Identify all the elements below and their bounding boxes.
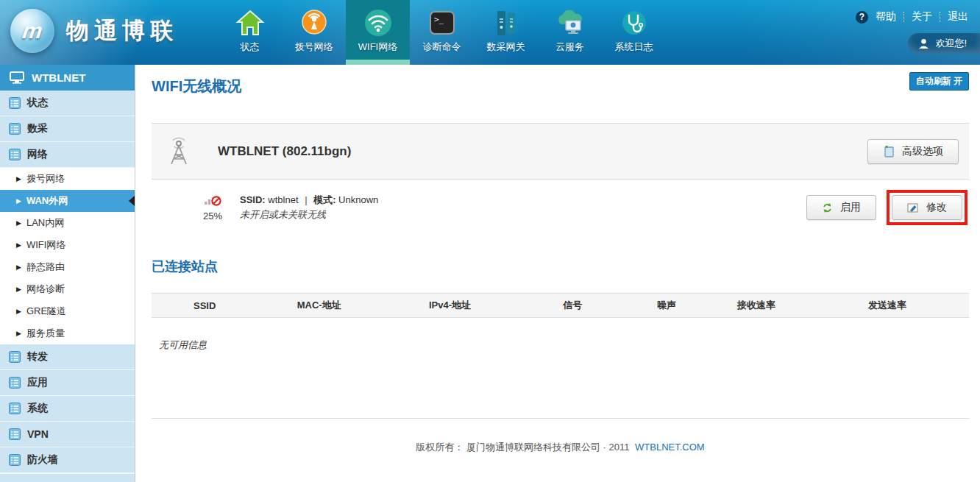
page-title: WIFI无线概况 — [152, 77, 969, 96]
col-ssid: SSID — [152, 294, 258, 318]
col-ipv4: IPv4-地址 — [380, 294, 519, 318]
about-link[interactable]: 关于 — [912, 10, 932, 24]
arrow-right-icon: ▶ — [16, 197, 21, 205]
help-link[interactable]: 帮助 — [876, 10, 896, 24]
list-icon — [9, 428, 21, 440]
sidebar-item-data-collect[interactable]: 数采 — [0, 116, 135, 142]
sidebar-item-forward[interactable]: 转发 — [0, 344, 135, 370]
list-icon — [9, 403, 21, 414]
sidebar-item-network[interactable]: 网络 — [0, 142, 135, 168]
wifi-icon — [346, 5, 410, 40]
arrow-right-icon: ▶ — [16, 308, 21, 315]
ssid-line: SSID: wtblnet | 模式: Unknown — [240, 193, 378, 208]
sidebar-item-status[interactable]: 状态 — [0, 91, 135, 116]
signal-block: 25% — [196, 194, 230, 221]
sidebar: WTBLNET 状态 数采 网络 ▶ 拨号网络 ▶ WAN外网 ▶ LAN内网 … — [0, 65, 135, 482]
header-links: ? 帮助 关于 退出 — [856, 10, 968, 24]
wifi-device-name: WTBLNET (802.11bgn) — [218, 144, 351, 159]
no-info-message: 无可用信息 — [159, 339, 969, 352]
sidebar-item-gre-tunnel[interactable]: ▶ GRE隧道 — [0, 300, 135, 322]
sidebar-device-title: WTBLNET — [0, 65, 135, 91]
gateway-icon — [474, 5, 538, 40]
page-add-icon — [883, 146, 895, 157]
arrow-right-icon: ▶ — [16, 263, 21, 271]
list-icon — [9, 149, 21, 160]
arrow-right-icon: ▶ — [16, 219, 21, 227]
sidebar-item-system[interactable]: 系统 — [0, 396, 135, 422]
tab-data-gateway[interactable]: 数采网关 — [474, 0, 538, 65]
sidebar-item-wifi-network[interactable]: ▶ WIFI网络 — [0, 234, 135, 256]
enable-button[interactable]: 启用 — [806, 195, 876, 220]
tab-wifi-network[interactable]: WIFI网络 — [346, 0, 410, 65]
main-nav: 状态 拨号网络 WIFI网络 >_ 诊断命令 数采网关 — [218, 0, 666, 65]
user-icon — [918, 38, 929, 49]
arrow-right-icon: ▶ — [16, 330, 21, 337]
list-icon — [9, 377, 21, 389]
arrow-right-icon: ▶ — [16, 241, 21, 249]
sidebar-item-application[interactable]: 应用 — [0, 370, 135, 396]
col-tx-rate: 发送速率 — [806, 294, 969, 318]
cloud-service-icon — [538, 5, 602, 40]
brand-name: 物通博联 — [66, 15, 178, 46]
col-noise: 噪声 — [625, 294, 707, 318]
highlight-box: 修改 — [887, 190, 967, 225]
welcome-badge[interactable]: 欢迎您! — [908, 33, 980, 54]
refresh-icon — [822, 202, 833, 213]
dial-network-icon — [282, 5, 346, 40]
main-content: WIFI无线概况 自动刷新 开 WTBLNET (802.11bgn) 高级选项 — [135, 65, 980, 482]
brand-logo: m 物通博联 — [10, 9, 178, 53]
tab-status[interactable]: 状态 — [218, 0, 282, 65]
help-icon[interactable]: ? — [856, 11, 868, 24]
sidebar-item-lan[interactable]: ▶ LAN内网 — [0, 212, 135, 234]
modify-button[interactable]: 修改 — [892, 195, 962, 220]
auto-refresh-toggle[interactable]: 自动刷新 开 — [909, 72, 969, 91]
logout-link[interactable]: 退出 — [948, 10, 968, 24]
edit-icon — [907, 202, 919, 213]
connected-stations-title: 已连接站点 — [152, 258, 969, 275]
sidebar-item-partial[interactable] — [0, 473, 135, 482]
sidebar-item-qos[interactable]: ▶ 服务质量 — [0, 322, 135, 344]
sidebar-item-dial-network[interactable]: ▶ 拨号网络 — [0, 168, 135, 190]
antenna-icon — [165, 137, 193, 166]
list-icon — [9, 351, 21, 363]
list-icon — [9, 123, 21, 135]
brand-globe-icon: m — [10, 9, 54, 53]
brand-glyph: m — [21, 18, 43, 43]
tab-cloud-service[interactable]: 云服务 — [538, 0, 602, 65]
advanced-options-button[interactable]: 高级选项 — [867, 139, 959, 164]
svg-text:>_: >_ — [434, 15, 444, 24]
col-rx-rate: 接收速率 — [707, 294, 805, 318]
sidebar-item-static-route[interactable]: ▶ 静态路由 — [0, 256, 135, 278]
arrow-right-icon: ▶ — [16, 286, 21, 293]
col-signal: 信号 — [519, 294, 625, 318]
tab-dial-network[interactable]: 拨号网络 — [282, 0, 346, 65]
terminal-icon: >_ — [410, 5, 474, 40]
radio-buttons: 启用 修改 — [806, 190, 967, 225]
signal-percent: 25% — [196, 210, 230, 221]
footer: 版权所有： 厦门物通博联网络科技有限公司 · 2011 WTBLNET.COM — [152, 441, 969, 454]
divider — [940, 12, 940, 22]
tab-system-log[interactable]: 系统日志 — [602, 0, 666, 65]
list-icon — [9, 97, 21, 109]
system-log-icon — [602, 5, 666, 40]
footer-link[interactable]: WTBLNET.COM — [635, 442, 705, 453]
col-mac: MAC-地址 — [258, 294, 380, 318]
list-icon — [9, 454, 21, 466]
copyright-text: 版权所有： 厦门物通博联网络科技有限公司 · 2011 — [416, 442, 629, 453]
sidebar-item-wan[interactable]: ▶ WAN外网 — [0, 190, 135, 212]
divider — [152, 418, 969, 419]
wifi-device-panel: WTBLNET (802.11bgn) 高级选项 — [152, 124, 969, 180]
radio-status-text: 未开启或未关联无线 — [240, 208, 378, 222]
home-icon — [218, 5, 282, 40]
signal-disabled-icon — [204, 194, 221, 206]
radio-info: SSID: wtblnet | 模式: Unknown 未开启或未关联无线 — [240, 193, 378, 222]
wifi-radio-row: 25% SSID: wtblnet | 模式: Unknown 未开启或未关联无… — [152, 180, 969, 235]
divider — [903, 12, 904, 22]
welcome-text: 欢迎您! — [935, 37, 967, 50]
top-header: m 物通博联 状态 拨号网络 WIFI网络 >_ 诊断命令 — [0, 0, 980, 65]
tab-diagnostic-command[interactable]: >_ 诊断命令 — [410, 0, 474, 65]
sidebar-item-network-diagnostic[interactable]: ▶ 网络诊断 — [0, 278, 135, 300]
arrow-right-icon: ▶ — [16, 175, 21, 182]
sidebar-item-vpn[interactable]: VPN — [0, 422, 135, 447]
sidebar-item-firewall[interactable]: 防火墙 — [0, 447, 135, 473]
